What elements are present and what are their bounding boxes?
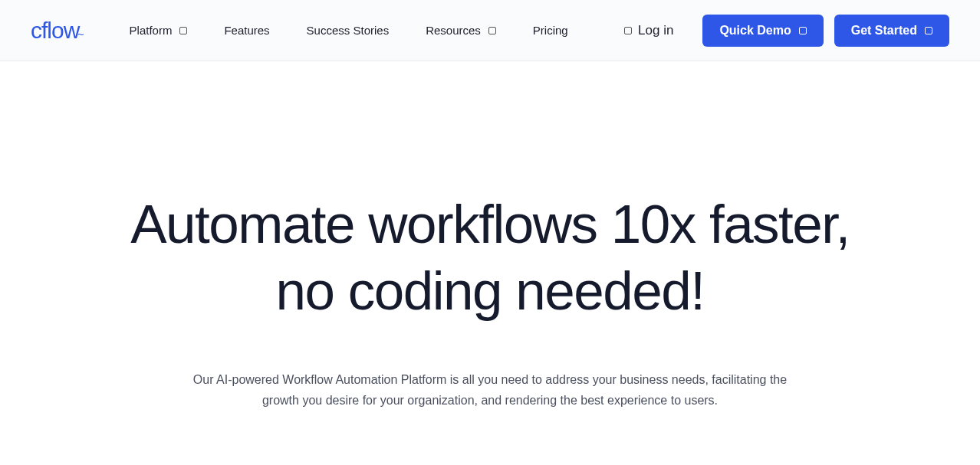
nav-item-success-stories[interactable]: Success Stories [307,24,390,37]
logo-accent-icon: ~ [77,28,83,41]
login-icon [624,27,632,34]
hero-title: Automate workflows 10x faster, no coding… [107,192,873,324]
arrow-icon [925,27,932,34]
nav-label: Resources [426,24,481,37]
button-label: Quick Demo [719,24,791,38]
quick-demo-button[interactable]: Quick Demo [702,15,823,47]
brand-logo[interactable]: cflow~ [31,18,84,44]
nav-label: Pricing [533,24,568,37]
hero-subtitle: Our AI-powered Workflow Automation Platf… [176,370,804,411]
nav-item-resources[interactable]: Resources [426,24,496,37]
arrow-icon [799,27,807,34]
main-nav: Platform Features Success Stories Resour… [130,24,568,37]
nav-item-features[interactable]: Features [224,24,269,37]
nav-item-platform[interactable]: Platform [130,24,188,37]
nav-label: Success Stories [307,24,390,37]
login-link[interactable]: Log in [624,23,673,38]
get-started-button[interactable]: Get Started [834,15,949,47]
nav-item-pricing[interactable]: Pricing [533,24,568,37]
nav-label: Platform [130,24,173,37]
brand-name: cflow [31,18,79,44]
nav-label: Features [224,24,269,37]
login-label: Log in [638,23,673,38]
hero-section: Automate workflows 10x faster, no coding… [0,61,980,411]
chevron-down-icon [179,27,187,34]
chevron-down-icon [488,27,496,34]
button-label: Get Started [851,24,917,38]
site-header: cflow~ Platform Features Success Stories… [0,0,980,61]
